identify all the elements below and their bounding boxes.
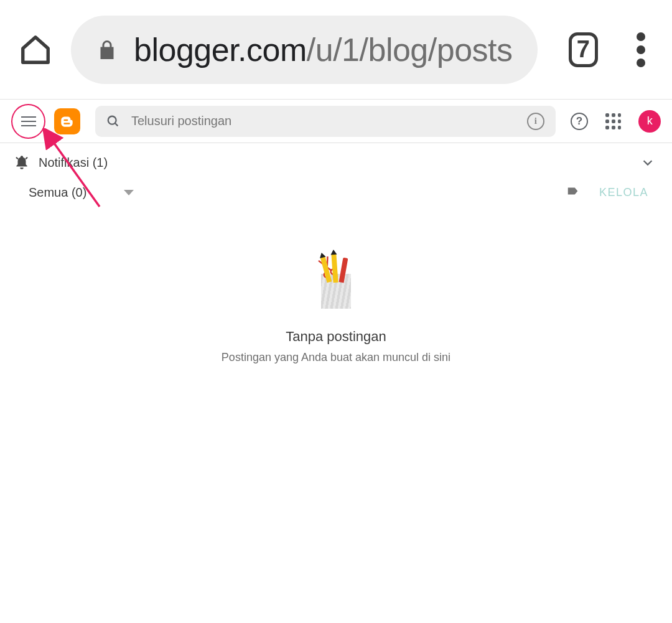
tabs-count: 7: [577, 36, 590, 63]
browser-home-button[interactable]: [19, 30, 52, 69]
home-icon: [19, 33, 52, 67]
filter-dropdown[interactable]: Semua (0): [29, 185, 134, 200]
blogger-logo[interactable]: [54, 108, 80, 134]
address-bar[interactable]: blogger.com /u/1/blog/posts: [71, 16, 538, 84]
lock-icon: [96, 37, 118, 63]
tabs-count-button[interactable]: 7: [569, 32, 598, 67]
search-input[interactable]: [131, 114, 516, 128]
empty-state: Tanpa postingan Postingan yang Anda buat…: [0, 274, 672, 364]
chevron-down-icon[interactable]: [641, 156, 655, 169]
filter-actions: KELOLA: [566, 184, 648, 200]
notifications-row[interactable]: Notifikasi (1): [0, 143, 672, 179]
url-host: blogger.com: [134, 31, 307, 68]
bell-icon: [14, 154, 30, 171]
notifications-label: Notifikasi (1): [39, 156, 108, 170]
empty-state-title: Tanpa postingan: [286, 329, 386, 345]
browser-more-button[interactable]: [629, 30, 653, 70]
avatar-letter: k: [647, 115, 653, 128]
pencil-icon: [339, 258, 348, 283]
app-bar: i ? k: [0, 100, 672, 143]
info-icon[interactable]: i: [527, 113, 544, 130]
blogger-logo-icon: [59, 113, 75, 129]
svg-point-0: [108, 116, 116, 124]
account-avatar[interactable]: k: [638, 110, 661, 133]
kebab-dot-icon: [637, 32, 645, 41]
pencil-cup-illustration: [321, 274, 351, 309]
filter-label: Semua (0): [29, 185, 86, 200]
kebab-dot-icon: [637, 59, 645, 67]
label-icon: [566, 184, 581, 198]
search-icon: [106, 115, 120, 128]
browser-chrome: blogger.com /u/1/blog/posts 7: [0, 0, 672, 100]
google-apps-button[interactable]: [605, 113, 622, 129]
hamburger-menu-button[interactable]: [11, 104, 45, 139]
dropdown-triangle-icon: [124, 190, 134, 195]
manage-button[interactable]: KELOLA: [599, 186, 648, 199]
kebab-dot-icon: [637, 45, 645, 54]
search-bar[interactable]: i: [95, 106, 556, 137]
filter-row: Semua (0) KELOLA: [0, 179, 672, 205]
help-button[interactable]: ?: [571, 113, 588, 130]
empty-state-subtitle: Postingan yang Anda buat akan muncul di …: [222, 351, 450, 364]
label-button[interactable]: [566, 184, 581, 200]
hamburger-icon: [21, 116, 36, 126]
url-path: /u/1/blog/posts: [307, 31, 513, 68]
svg-line-1: [115, 123, 118, 126]
notifications-left: Notifikasi (1): [14, 154, 108, 171]
url-text: blogger.com /u/1/blog/posts: [134, 31, 513, 68]
